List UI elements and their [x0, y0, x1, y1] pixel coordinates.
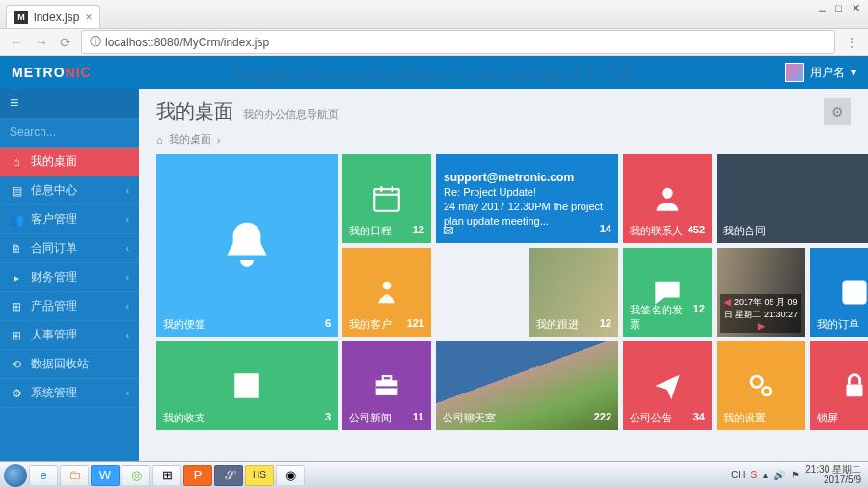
tile-count: 12 — [413, 224, 424, 238]
tray-icon[interactable]: S — [751, 470, 758, 480]
logo-part-b: NIC — [66, 65, 92, 80]
tile-label: 我的日程 — [349, 224, 392, 238]
start-button[interactable] — [4, 464, 27, 487]
tab-title: index.jsp — [34, 11, 79, 24]
tile-notifications[interactable]: 我的便签6 — [156, 154, 338, 337]
window-min-icon[interactable]: ⎽ — [815, 2, 829, 14]
tray-arrow-icon[interactable]: ▴ — [763, 470, 768, 480]
tile-calendar[interactable]: 我的日程12 — [342, 154, 431, 243]
nav-back-icon[interactable]: ← — [8, 35, 25, 50]
slideshow-time: 2017年 05 月 09 日 星期二 21:30:27 — [724, 297, 798, 319]
os-taskbar: e 🗀 W ◎ ⊞ P 𝒮 HS ◉ CH S ▴ 🔊 ⚑ 21:30 星期二 … — [0, 461, 868, 488]
tile-chatroom[interactable]: 公司聊天室222 — [436, 341, 618, 430]
sidebar-item-icon: ⊞ — [10, 300, 23, 313]
window-close-icon[interactable]: ✕ — [848, 2, 864, 14]
next-icon[interactable]: ▶ — [758, 321, 765, 331]
tile-contracts[interactable]: 我的合同43 — [717, 154, 868, 243]
tile-revenue[interactable]: 我的收支3 — [156, 341, 338, 430]
sidebar-item-label: 合同订单 — [31, 240, 77, 257]
tile-contacts[interactable]: 我的联系人452 — [623, 154, 712, 243]
tile-company-news[interactable]: 公司新闻11 — [342, 341, 431, 430]
sidebar-item-1[interactable]: ▤信息中心‹ — [0, 176, 139, 205]
nav-reload-icon[interactable]: ⟳ — [58, 35, 73, 50]
taskbar-app-ie[interactable]: e — [29, 465, 58, 486]
tile-count: 34 — [693, 411, 705, 425]
taskbar-app-generic2[interactable]: 𝒮 — [214, 465, 243, 486]
sidebar-item-icon: 🗎 — [10, 242, 23, 256]
favicon: M — [14, 11, 28, 24]
window-controls: ⎽ □ ✕ — [815, 2, 864, 14]
sidebar-toggle[interactable]: ≡ — [0, 89, 139, 118]
site-info-icon[interactable]: ⓘ — [90, 34, 101, 50]
tray-volume-icon[interactable]: 🔊 — [773, 470, 785, 480]
taskbar-app-ppt[interactable]: P — [183, 465, 212, 486]
search-input[interactable] — [10, 125, 154, 139]
taskbar-clock[interactable]: 21:30 星期二 2017/5/9 — [805, 465, 861, 485]
tile-signed-invoices[interactable]: 我签名的发票12 — [623, 248, 712, 337]
tile-camera-clock[interactable]: ◀ 2017年 05 月 09 日 星期二 21:30:27 ▶ — [717, 248, 805, 337]
sidebar-item-icon: ▸ — [10, 271, 23, 285]
taskbar-app-explorer[interactable]: 🗀 — [60, 465, 89, 486]
breadcrumb-item[interactable]: 我的桌面 — [169, 132, 211, 147]
chevron-left-icon: ‹ — [126, 301, 129, 312]
tile-announcements[interactable]: 公司公告34 — [623, 341, 712, 430]
sidebar-item-7[interactable]: ⟲数据回收站 — [0, 350, 139, 379]
brand-logo[interactable]: METRONIC — [12, 65, 92, 80]
sidebar-item-icon: ▤ — [10, 184, 23, 198]
svg-point-16 — [762, 387, 771, 395]
home-icon[interactable]: ⌂ — [156, 134, 163, 146]
taskbar-app-360[interactable]: ◎ — [122, 465, 150, 486]
sidebar-item-8[interactable]: ⚙系统管理‹ — [0, 379, 139, 408]
taskbar-app-wps[interactable]: W — [91, 465, 120, 486]
prev-icon[interactable]: ◀ — [724, 297, 731, 307]
tile-label: 我的便签 — [163, 317, 205, 332]
ime-indicator[interactable]: CH — [731, 470, 745, 480]
svg-point-5 — [383, 282, 392, 290]
url-input[interactable]: ⓘ localhost:8080/MyCrm/index.jsp — [81, 30, 835, 54]
tile-label: 我的收支 — [163, 411, 205, 425]
browser-menu-icon[interactable]: ⋮ — [843, 35, 860, 50]
taskbar-app-generic1[interactable]: ⊞ — [152, 465, 181, 486]
browser-tab[interactable]: M index.jsp × — [6, 5, 100, 28]
chevron-left-icon: ‹ — [126, 243, 129, 254]
sidebar-item-4[interactable]: ▸财务管理‹ — [0, 263, 139, 292]
taskbar-app-hs[interactable]: HS — [245, 465, 274, 486]
tile-count: 452 — [688, 224, 705, 238]
sidebar-item-6[interactable]: ⊞人事管理‹ — [0, 321, 139, 350]
envelope-icon: ✉ — [443, 223, 454, 238]
tile-count: 14 — [600, 223, 611, 238]
sidebar-item-label: 客户管理 — [31, 211, 77, 228]
sidebar-item-3[interactable]: 🗎合同订单‹ — [0, 234, 139, 263]
window-max-icon[interactable]: □ — [831, 2, 846, 14]
tile-settings[interactable]: 我的设置 — [717, 341, 805, 430]
tile-lock-screen[interactable]: 锁屏 — [810, 341, 868, 430]
page-settings-button[interactable]: ⚙ — [824, 98, 851, 125]
nav-fwd-icon[interactable]: → — [33, 35, 50, 50]
tile-customers[interactable]: 我的客户121 — [342, 248, 431, 337]
tile-inbox[interactable]: support@metronic.com Re: Project Update!… — [436, 154, 618, 243]
taskbar-app-chrome[interactable]: ◉ — [276, 465, 305, 486]
tile-count: 11 — [413, 411, 424, 425]
tile-count: 12 — [600, 317, 611, 332]
sidebar-item-label: 产品管理 — [31, 298, 77, 314]
sidebar-item-5[interactable]: ⊞产品管理‹ — [0, 292, 139, 321]
browser-tabstrip: M index.jsp × ⎽ □ ✕ — [0, 0, 868, 29]
tray-flag-icon[interactable]: ⚑ — [791, 470, 800, 480]
sidebar-item-label: 信息中心 — [31, 182, 77, 199]
chevron-left-icon: ‹ — [126, 185, 129, 196]
tile-label: 我的设置 — [723, 411, 766, 425]
user-menu[interactable]: 用户名 ▾ — [785, 63, 856, 82]
system-tray[interactable]: CH S ▴ 🔊 ⚑ 21:30 星期二 2017/5/9 — [731, 465, 864, 485]
tile-followups[interactable]: 我的跟进12 — [529, 248, 618, 337]
sidebar-item-2[interactable]: 👥客户管理‹ — [0, 205, 139, 234]
url-text: localhost:8080/MyCrm/index.jsp — [105, 36, 269, 49]
breadcrumb: ⌂ 我的桌面 › — [139, 128, 868, 154]
sidebar-search[interactable]: 🔍 — [0, 118, 139, 148]
sidebar-item-label: 我的桌面 — [31, 153, 77, 170]
tile-orders[interactable]: 我的订单12 — [810, 248, 868, 337]
sidebar-item-0[interactable]: ⌂我的桌面 — [0, 148, 139, 176]
page-subtitle: 我的办公信息导航页 — [243, 107, 339, 122]
svg-rect-13 — [383, 376, 392, 380]
tab-close-icon[interactable]: × — [85, 11, 92, 24]
clock-date: 2017/5/9 — [805, 475, 861, 486]
